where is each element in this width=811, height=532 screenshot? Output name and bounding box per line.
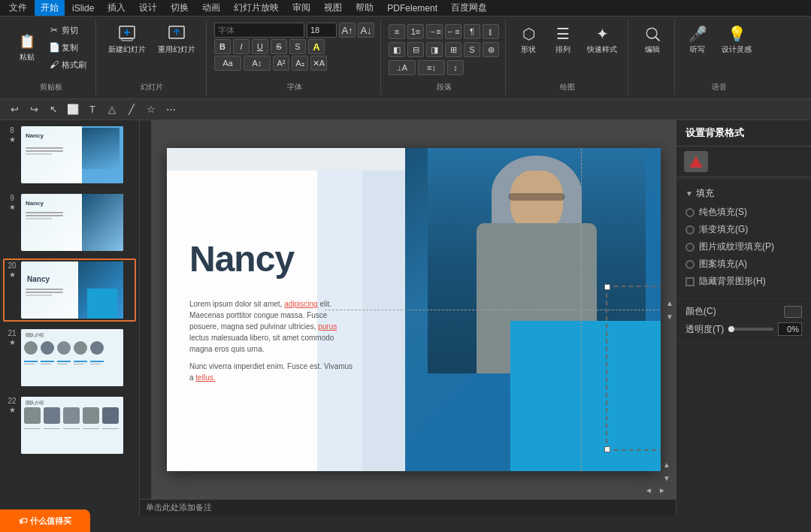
- text-tool-button[interactable]: T: [84, 101, 101, 118]
- font-color-btn[interactable]: A: [308, 39, 325, 54]
- ribbon-group-slides: 新建幻灯片 重用幻灯片 幻灯片: [98, 20, 207, 95]
- menu-view[interactable]: 视图: [318, 0, 348, 16]
- strikethrough-button[interactable]: S: [271, 39, 287, 54]
- font-name-input[interactable]: [214, 23, 304, 38]
- underline-button[interactable]: U: [252, 39, 268, 54]
- status-bar[interactable]: 单击此处添加备注: [140, 499, 676, 515]
- editing-button[interactable]: 编辑: [637, 23, 667, 57]
- design-inspire-button[interactable]: 💡 设计灵感: [717, 23, 756, 57]
- menu-home[interactable]: 开始: [35, 0, 65, 16]
- star-tool-button[interactable]: ☆: [143, 101, 159, 118]
- copy-button[interactable]: 📄 复制: [45, 40, 89, 55]
- arrange-button[interactable]: ☰ 排列: [548, 23, 578, 57]
- numbered-list-btn[interactable]: 1≡: [407, 24, 424, 39]
- link-adipiscing[interactable]: adipiscing: [284, 300, 317, 308]
- align-right-btn[interactable]: ◨: [426, 42, 443, 57]
- menu-insert[interactable]: 插入: [101, 0, 132, 16]
- shapes-tool-button[interactable]: △: [104, 101, 120, 118]
- text-direction-btn[interactable]: ⟂A: [389, 60, 416, 75]
- scroll-up-arrow[interactable]: ▲: [664, 297, 676, 309]
- paragraph-dir-btn[interactable]: ¶: [464, 24, 480, 39]
- more-tool-button[interactable]: ⋯: [162, 101, 179, 118]
- slide-canvas[interactable]: ▲ ▼: [152, 120, 676, 499]
- line-spacing-btn[interactable]: ↕: [447, 60, 464, 75]
- char-spacing-btn[interactable]: Aa: [214, 56, 241, 71]
- slide-frame[interactable]: Nancy Lorem ipsum dolor sit amet, adipis…: [167, 148, 661, 471]
- slide-thumb-9[interactable]: 9 ★ Nancy: [3, 191, 136, 254]
- align-text-btn[interactable]: ≡↕: [418, 60, 445, 75]
- menu-pdfelement[interactable]: PDFelement: [381, 2, 443, 15]
- justify-btn[interactable]: ⊞: [445, 42, 461, 57]
- indent-right-btn[interactable]: →≡: [426, 24, 443, 39]
- ribbon-content: 📋 粘贴 ✂ 剪切 📄 复制 🖌 格式刷: [0, 17, 811, 98]
- cut-button[interactable]: ✂ 剪切: [45, 23, 89, 38]
- link-tellus[interactable]: tellus.: [195, 373, 215, 382]
- text-shadow-btn2[interactable]: S: [464, 42, 480, 57]
- menu-animation[interactable]: 动画: [196, 0, 226, 16]
- menu-islide[interactable]: iSlide: [66, 2, 100, 15]
- italic-button[interactable]: I: [233, 39, 250, 54]
- redo-button[interactable]: ↪: [26, 101, 42, 118]
- right-scroll-left[interactable]: ◄: [643, 484, 655, 496]
- bold-button[interactable]: B: [214, 39, 231, 54]
- indent-left-btn[interactable]: ←≡: [445, 24, 461, 39]
- bottom-scroll-down[interactable]: ▼: [661, 472, 673, 484]
- hide-bg-option[interactable]: 隐藏背景图形(H): [685, 275, 802, 288]
- menu-slideshow[interactable]: 幻灯片放映: [228, 0, 285, 16]
- quick-style-button[interactable]: ✦ 快速样式: [583, 23, 622, 57]
- slide-thumb-22[interactable]: 22 ★ 团队介绍: [3, 394, 136, 457]
- fill-icon-btn[interactable]: [684, 151, 708, 172]
- format-painter-button[interactable]: 🖌 格式刷: [45, 57, 89, 72]
- clipboard-label: 剪贴板: [40, 82, 62, 92]
- superscript-btn[interactable]: A²: [273, 56, 289, 71]
- align-left-btn[interactable]: ◧: [389, 42, 405, 57]
- shape-icon: ⬡: [519, 25, 537, 43]
- cut-icon: ✂: [48, 24, 60, 36]
- reuse-slide-button[interactable]: 重用幻灯片: [153, 23, 200, 57]
- solid-fill-option[interactable]: 纯色填充(S): [685, 206, 802, 219]
- pattern-fill-option[interactable]: 图案填充(A): [685, 258, 802, 271]
- lines-tool-button[interactable]: ╱: [123, 101, 140, 118]
- font-increase-btn[interactable]: A↑: [339, 23, 356, 38]
- opacity-slider[interactable]: [728, 328, 773, 331]
- menu-design[interactable]: 设计: [133, 0, 163, 16]
- svg-point-6: [646, 28, 657, 38]
- opacity-input[interactable]: [778, 322, 802, 336]
- slide-thumb-20[interactable]: 20 ★ Nancy: [3, 258, 136, 322]
- box-select-button[interactable]: ⬜: [65, 101, 81, 118]
- opacity-row: 透明度(T): [685, 322, 802, 336]
- menu-review[interactable]: 审阅: [286, 0, 316, 16]
- right-scroll-right[interactable]: ►: [656, 484, 668, 496]
- bottom-scroll-up[interactable]: ▲: [661, 458, 673, 470]
- copy-label: 复制: [62, 42, 78, 53]
- clear-format-btn[interactable]: ✕A: [310, 56, 327, 71]
- slide-thumb-8[interactable]: 8 ★ Nancy: [3, 123, 136, 186]
- color-swatch[interactable]: [784, 306, 802, 318]
- link-purus[interactable]: purus: [318, 322, 337, 331]
- slide-thumb-21[interactable]: 21 ★ 团队介绍: [3, 326, 136, 389]
- gradient-fill-option[interactable]: 渐变填充(G): [685, 223, 802, 236]
- shadow-button[interactable]: S: [289, 39, 306, 54]
- align-center-btn[interactable]: ⊟: [407, 42, 424, 57]
- font-size-input[interactable]: [307, 23, 337, 38]
- menu-file[interactable]: 文件: [3, 0, 33, 16]
- picture-fill-option[interactable]: 图片或纹理填充(P): [685, 240, 802, 253]
- bullet-list-btn[interactable]: ≡: [389, 24, 405, 39]
- paste-button[interactable]: 📋 粘贴: [12, 30, 42, 65]
- menu-switch[interactable]: 切换: [165, 0, 195, 16]
- font-decrease-btn[interactable]: A↓: [358, 23, 374, 38]
- font-size-btn2[interactable]: A↕: [244, 56, 271, 71]
- convert-smartart-btn[interactable]: ⊛: [483, 42, 499, 57]
- menu-help[interactable]: 帮助: [350, 0, 380, 16]
- undo-button[interactable]: ↩: [6, 101, 23, 118]
- dashed-guide-v: [581, 148, 582, 471]
- new-slide-button[interactable]: 新建幻灯片: [104, 23, 150, 57]
- menu-baiduyun[interactable]: 百度网盘: [445, 0, 493, 16]
- listen-button[interactable]: 🎤 听写: [682, 23, 713, 57]
- t21-portraits: [24, 341, 104, 355]
- pointer-button[interactable]: ↖: [45, 101, 62, 118]
- columns-btn[interactable]: ⫿: [483, 24, 499, 39]
- scroll-down-arrow[interactable]: ▼: [664, 310, 676, 322]
- subscript-btn[interactable]: A₂: [292, 56, 308, 71]
- shape-button[interactable]: ⬡ 形状: [513, 23, 543, 57]
